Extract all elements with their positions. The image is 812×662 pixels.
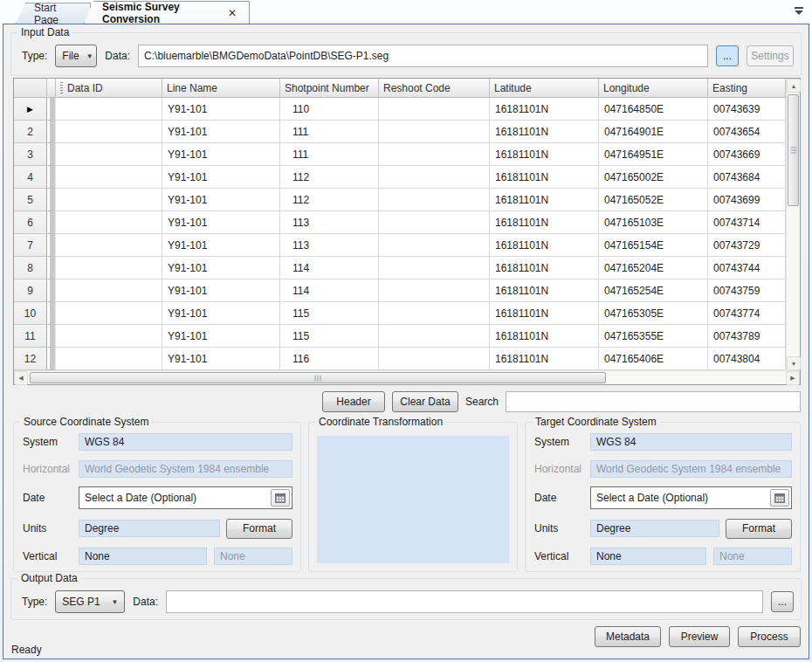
cell-reshoot[interactable] — [379, 211, 490, 234]
cell-latitude[interactable]: 16181101N — [490, 325, 599, 348]
cell-line-name[interactable]: Y91-101 — [162, 121, 280, 143]
cell-easting[interactable]: 00743744 — [708, 257, 786, 279]
preview-button[interactable]: Preview — [669, 626, 730, 647]
table-row[interactable]: 8 Y91-101 114 16181101N 047165204E 00743… — [14, 257, 786, 279]
cell-longitude[interactable]: 047165154E — [599, 234, 708, 257]
header-button[interactable]: Header — [322, 391, 385, 412]
source-vertical-field[interactable]: None — [79, 548, 207, 565]
cell-easting[interactable]: 00743789 — [708, 325, 786, 348]
cell-shotpoint[interactable]: 115 — [280, 325, 379, 348]
output-data-path-field[interactable] — [166, 590, 763, 613]
scroll-up-icon[interactable]: ▲ — [787, 79, 801, 93]
source-units-field[interactable]: Degree — [79, 520, 220, 537]
cell-reshoot[interactable] — [379, 325, 490, 348]
source-date-picker[interactable]: Select a Date (Optional) — [79, 486, 292, 509]
source-system-field[interactable]: WGS 84 — [79, 433, 292, 451]
process-button[interactable]: Process — [738, 626, 801, 647]
cell-shotpoint[interactable]: 115 — [280, 302, 379, 325]
column-header-line-name[interactable]: Line Name — [162, 79, 280, 98]
input-data-path-field[interactable] — [138, 45, 708, 67]
row-header[interactable]: 4 — [14, 166, 47, 189]
cell-longitude[interactable]: 047165002E — [599, 166, 708, 189]
table-row[interactable]: 7 Y91-101 113 16181101N 047165154E 00743… — [14, 234, 786, 257]
scroll-left-icon[interactable]: ◀ — [14, 371, 28, 385]
cell-line-name[interactable]: Y91-101 — [162, 348, 280, 370]
cell-line-name[interactable]: Y91-101 — [162, 166, 280, 189]
cell-line-name[interactable]: Y91-101 — [162, 325, 280, 348]
cell-longitude[interactable]: 047165103E — [599, 211, 708, 234]
source-format-button[interactable]: Format — [226, 519, 292, 539]
vertical-scrollbar[interactable]: ▲ ▼ — [786, 79, 800, 370]
tab-seismic-survey-conversion[interactable]: Seismic Survey Conversion ✕ — [84, 1, 250, 24]
row-header[interactable]: 7 — [14, 234, 47, 257]
cell-easting[interactable]: 00743699 — [708, 189, 786, 211]
cell-reshoot[interactable] — [379, 143, 490, 166]
cell-reshoot[interactable] — [379, 98, 490, 121]
cell-easting[interactable]: 00743639 — [708, 98, 786, 121]
cell-data-id[interactable] — [56, 325, 162, 348]
cell-latitude[interactable]: 16181101N — [490, 98, 599, 121]
cell-data-id[interactable] — [56, 211, 162, 234]
cell-latitude[interactable]: 16181101N — [490, 166, 599, 189]
search-input[interactable] — [506, 391, 801, 412]
cell-shotpoint[interactable]: 112 — [280, 166, 379, 189]
column-header-easting[interactable]: Easting — [708, 79, 786, 98]
cell-shotpoint[interactable]: 116 — [280, 348, 379, 370]
cell-reshoot[interactable] — [379, 189, 490, 211]
row-header[interactable]: 11 — [14, 325, 47, 348]
cell-line-name[interactable]: Y91-101 — [162, 98, 280, 121]
vertical-scroll-thumb[interactable] — [788, 94, 799, 206]
input-type-combo[interactable]: File ▼ — [55, 45, 97, 67]
cell-easting[interactable]: 00743684 — [708, 166, 786, 189]
column-header-reshoot[interactable]: Reshoot Code — [379, 79, 490, 98]
cell-reshoot[interactable] — [379, 257, 490, 279]
table-row[interactable]: 9 Y91-101 114 16181101N 047165254E 00743… — [14, 279, 786, 302]
table-row[interactable]: 4 Y91-101 112 16181101N 047165002E 00743… — [14, 166, 786, 189]
row-header[interactable]: 12 — [14, 348, 47, 370]
cell-data-id[interactable] — [56, 257, 162, 279]
row-header-current[interactable]: ▶ — [14, 98, 47, 121]
cell-easting[interactable]: 00743714 — [708, 211, 786, 234]
cell-data-id[interactable] — [56, 98, 162, 121]
settings-button[interactable]: Settings — [747, 45, 794, 66]
cell-longitude[interactable]: 047164901E — [599, 121, 708, 143]
cell-data-id[interactable] — [56, 166, 162, 189]
cell-data-id[interactable] — [56, 348, 162, 370]
cell-line-name[interactable]: Y91-101 — [162, 189, 280, 211]
table-row[interactable]: 12 Y91-101 116 16181101N 047165406E 0074… — [14, 348, 786, 370]
cell-longitude[interactable]: 047165254E — [599, 279, 708, 302]
column-header-latitude[interactable]: Latitude — [490, 79, 599, 98]
cell-reshoot[interactable] — [379, 279, 490, 302]
cell-shotpoint[interactable]: 112 — [280, 189, 379, 211]
row-header[interactable]: 6 — [14, 211, 47, 234]
cell-data-id[interactable] — [56, 234, 162, 257]
calendar-button[interactable] — [271, 489, 290, 507]
grid-corner-cell[interactable] — [14, 79, 47, 98]
cell-latitude[interactable]: 16181101N — [490, 121, 599, 143]
cell-reshoot[interactable] — [379, 121, 490, 143]
cell-reshoot[interactable] — [379, 348, 490, 370]
cell-line-name[interactable]: Y91-101 — [162, 302, 280, 325]
column-header-longitude[interactable]: Longitude — [599, 79, 708, 98]
row-header[interactable]: 8 — [14, 257, 47, 279]
cell-latitude[interactable]: 16181101N — [490, 189, 599, 211]
target-units-field[interactable]: Degree — [590, 520, 719, 537]
cell-shotpoint[interactable]: 111 — [280, 121, 379, 143]
cell-latitude[interactable]: 16181101N — [490, 257, 599, 279]
cell-shotpoint[interactable]: 114 — [280, 257, 379, 279]
cell-longitude[interactable]: 047164850E — [599, 98, 708, 121]
cell-line-name[interactable]: Y91-101 — [162, 143, 280, 166]
cell-shotpoint[interactable]: 110 — [280, 98, 379, 121]
cell-easting[interactable]: 00743774 — [708, 302, 786, 325]
cell-latitude[interactable]: 16181101N — [490, 302, 599, 325]
target-date-picker[interactable]: Select a Date (Optional) — [590, 486, 792, 509]
output-type-combo[interactable]: SEG P1 ▼ — [55, 590, 125, 613]
cell-latitude[interactable]: 16181101N — [490, 234, 599, 257]
row-header[interactable]: 2 — [14, 121, 47, 143]
row-header[interactable]: 5 — [14, 189, 47, 211]
cell-longitude[interactable]: 047164951E — [599, 143, 708, 166]
scroll-right-icon[interactable]: ▶ — [786, 371, 800, 385]
cell-easting[interactable]: 00743669 — [708, 143, 786, 166]
cell-longitude[interactable]: 047165406E — [599, 348, 708, 370]
cell-reshoot[interactable] — [379, 302, 490, 325]
